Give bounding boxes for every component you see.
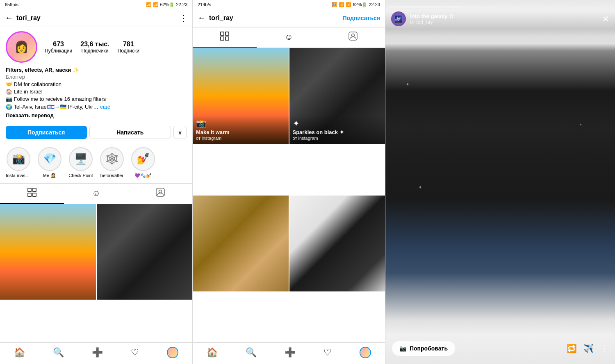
bio-line-2: 🏠 Life in Israel (6, 88, 187, 96)
connection-speed: 859b/s (5, 2, 18, 7)
bottom-nav-1: 🏠 🔍 ➕ ♡ (0, 342, 192, 364)
highlight-label-1: Me 🤵‍♀️ (43, 173, 56, 178)
effect-author-0: от instagram (196, 136, 285, 141)
follow-button[interactable]: Подписаться (6, 126, 87, 139)
tab-grid[interactable] (0, 184, 64, 204)
stats-row: 673 Публикации 23,6 тыс. Подписчики 781 … (45, 41, 139, 54)
effect-cell-selfie[interactable] (289, 196, 385, 291)
highlight-before-after[interactable]: 🕸️ before/after (99, 147, 125, 178)
effect-bg-selfie (289, 196, 385, 291)
effect-name-0: Make it warm (196, 129, 285, 136)
highlight-me[interactable]: 💎 Me 🤵‍♀️ (37, 147, 62, 178)
publications-count: 673 (45, 41, 72, 48)
grid-cell-1[interactable] (97, 204, 193, 300)
highlight-check-point[interactable]: 🖥️ Check Point (68, 147, 93, 178)
highlight-label-2: Check Point (68, 173, 93, 178)
tab-reels-2[interactable]: ☺ (257, 27, 321, 48)
back-button[interactable]: ← (5, 13, 13, 23)
tab-reels[interactable]: ☺ (64, 184, 128, 204)
reels-icon-2: ☺ (285, 32, 293, 42)
post-image-candles (97, 204, 193, 300)
svg-rect-9 (226, 37, 229, 40)
effect-cell-furniture[interactable] (193, 196, 289, 291)
nav-profile-2[interactable] (360, 347, 371, 358)
effect-icon-0: 📸 (196, 118, 285, 128)
story-send-icon[interactable]: ✈️ (583, 344, 594, 353)
tab-grid-2[interactable] (193, 27, 257, 48)
more-options-button[interactable]: ⋮ (179, 13, 187, 23)
followers-label: Подписчики (80, 48, 109, 54)
highlight-circle-1: 💎 (38, 147, 61, 171)
profile-section: 👩 673 Публикации 23,6 тыс. Подписчики 78… (0, 27, 192, 126)
story-title: Into the galaxy ☆ (410, 13, 598, 19)
story-more-icon[interactable]: ⋮ (600, 344, 608, 353)
following-count: 781 (118, 41, 139, 48)
camera-icon: 📷 (399, 345, 406, 352)
effect-cell-make-it-warm[interactable]: 📸 Make it warm от instagram (193, 48, 289, 144)
nav-heart[interactable]: ♡ (131, 347, 139, 358)
tab-tagged[interactable] (128, 184, 192, 204)
highlight-emoji[interactable]: 💅 💜🐾💅 (130, 147, 156, 178)
try-button-label: Попробовать (410, 345, 448, 352)
highlight-circle-3: 🕸️ (100, 147, 124, 171)
dropdown-button[interactable]: ∨ (173, 126, 187, 139)
grid-cell-0[interactable] (0, 204, 96, 300)
grid-icon-2 (220, 32, 229, 43)
nav-home[interactable]: 🏠 (14, 347, 25, 358)
subscribe-button[interactable]: Подписаться (342, 15, 380, 21)
highlight-circle-2: 🖥️ (69, 147, 93, 171)
story-share-icon[interactable]: 🔁 (567, 344, 577, 353)
effect-name-1: Sparkles on black ✦ (293, 129, 382, 136)
story-bottom-icons: 🔁 ✈️ ⋮ (567, 344, 608, 353)
wifi-icon: 📶 (146, 2, 152, 7)
try-button[interactable]: 📷 Попробовать (392, 341, 455, 356)
profile-photo-grid (0, 204, 192, 342)
time-display: 22:23 (176, 2, 187, 7)
bio-category: Блоггер (6, 74, 187, 80)
status-bar-2: 214b/s 🖼️ 📶 📶 62%🔋 22:23 (193, 0, 385, 9)
progress-bar-1 (445, 7, 501, 7)
svg-point-11 (351, 34, 354, 37)
effect-overlay-1: ✦ Sparkles on black ✦ от instagram (289, 115, 385, 144)
panel-1: 859b/s 📶 📶 62%🔋 22:23 ← tori_ray ⋮ 👩 673… (0, 0, 193, 364)
svg-rect-0 (28, 188, 31, 191)
highlight-insta-masks[interactable]: 📸 Insta masks ... (6, 147, 31, 178)
nav-profile[interactable] (167, 347, 178, 358)
nav-heart-2[interactable]: ♡ (323, 347, 332, 358)
effect-icon-1: ✦ (293, 118, 382, 128)
nav-search[interactable]: 🔍 (53, 347, 64, 358)
stat-publications: 673 Публикации (45, 41, 72, 54)
story-author: от tori_ray (410, 19, 598, 25)
back-button-2[interactable]: ← (198, 13, 206, 23)
nav-add[interactable]: ➕ (92, 347, 103, 358)
nav-add-2[interactable]: ➕ (285, 347, 296, 358)
effects-grid: 📸 Make it warm от instagram ✦ Sparkles o… (193, 48, 385, 342)
stat-followers: 23,6 тыс. Подписчики (80, 41, 109, 54)
grid-icon (27, 188, 36, 199)
progress-bar-2 (501, 7, 612, 7)
message-button[interactable]: Написать (89, 126, 171, 139)
story-close-button[interactable]: ✕ (602, 14, 609, 24)
bio-section: Filters, effects, AR, маски ✨ Блоггер 🤝 … (6, 67, 187, 118)
nav-search-2[interactable]: 🔍 (246, 347, 257, 358)
profile-username: tori_ray (16, 14, 179, 22)
status-icons: 📶 📶 62%🔋 22:23 (146, 2, 187, 7)
status-bar-1: 859b/s 📶 📶 62%🔋 22:23 (0, 0, 192, 9)
story-progress-bars (389, 7, 612, 7)
story-bottom: 📷 Попробовать 🔁 ✈️ ⋮ (385, 336, 615, 364)
effect-author-1: от instagram (293, 136, 382, 141)
progress-fill-0 (389, 7, 444, 7)
sparkle-1: ✦ (406, 82, 409, 86)
avatar[interactable]: 👩 (6, 31, 37, 63)
story-user-info: Into the galaxy ☆ от tori_ray (410, 13, 598, 25)
signal-icon: 📶 (153, 2, 159, 7)
connection-speed-2: 214b/s (198, 2, 211, 7)
story-image-bg (385, 0, 615, 364)
svg-text:🌌: 🌌 (394, 15, 403, 23)
effect-cell-sparkles[interactable]: ✦ Sparkles on black ✦ от instagram (289, 48, 385, 144)
highlight-label-4: 💜🐾💅 (134, 173, 152, 178)
tab-tagged-2[interactable] (321, 27, 385, 48)
show-translate-button[interactable]: Показать перевод (6, 112, 187, 118)
nav-home-2[interactable]: 🏠 (207, 347, 218, 358)
sparkle-2: ✦ (579, 123, 582, 127)
